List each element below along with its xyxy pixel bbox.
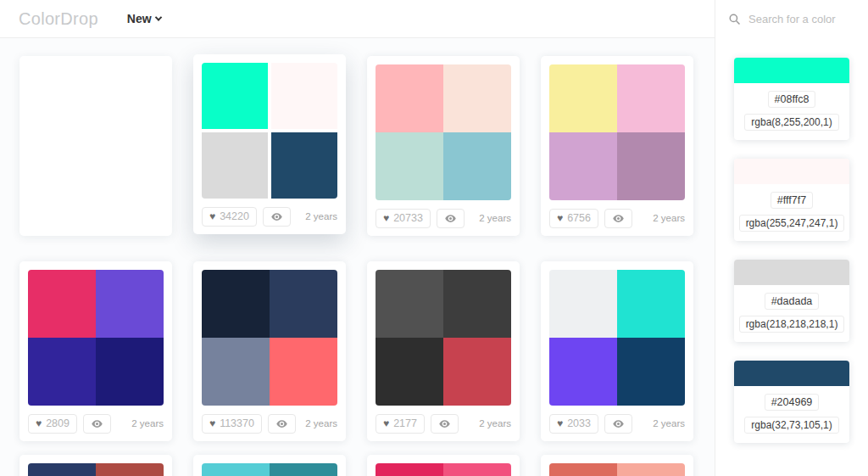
palette-color-swatch[interactable]	[270, 463, 337, 476]
palette-color-swatch[interactable]	[549, 338, 617, 406]
like-count: 2177	[393, 417, 417, 429]
palette-color-swatch[interactable]	[202, 63, 268, 129]
hex-code[interactable]: #204969	[765, 394, 820, 411]
eye-icon	[275, 417, 288, 430]
palette-color-swatch[interactable]	[28, 270, 96, 338]
view-button[interactable]	[263, 207, 291, 227]
palette-color-swatch[interactable]	[270, 338, 337, 406]
view-button[interactable]	[437, 209, 465, 228]
heart-icon: ♥	[383, 213, 389, 223]
like-button[interactable]: ♥ 2809	[28, 414, 77, 434]
palette-color-swatch[interactable]	[617, 338, 685, 406]
palette-card[interactable]: ♥ 34220 2 years	[193, 54, 346, 234]
palette-color-swatch[interactable]	[617, 132, 685, 200]
palette-color-swatch[interactable]	[443, 270, 511, 338]
view-button[interactable]	[604, 209, 632, 228]
like-count: 113370	[220, 417, 254, 429]
view-button[interactable]	[83, 414, 111, 434]
hex-code[interactable]: #08ffc8	[768, 91, 816, 108]
heart-icon: ♥	[209, 418, 215, 428]
palette-color-swatch[interactable]	[376, 338, 443, 406]
palette-age: 2 years	[479, 418, 511, 428]
palette-color-swatch[interactable]	[202, 338, 270, 406]
new-dropdown-label: New	[127, 12, 152, 25]
palette-color-swatch[interactable]	[549, 132, 617, 200]
like-count: 20733	[393, 212, 423, 224]
rgba-code[interactable]: rgba(255,247,247,1)	[739, 215, 845, 232]
palette-row-partial	[0, 455, 715, 476]
like-button[interactable]: ♥ 2033	[549, 414, 598, 434]
palette-color-swatch[interactable]	[549, 463, 617, 476]
palette-color-swatch[interactable]	[443, 132, 511, 200]
palette-swatches	[549, 463, 685, 476]
palette-color-swatch[interactable]	[617, 463, 685, 476]
palette-swatches	[202, 270, 337, 406]
palette-color-swatch[interactable]	[96, 463, 164, 476]
palette-color-swatch[interactable]	[96, 270, 164, 338]
palette-color-swatch[interactable]	[376, 64, 443, 132]
sidebar-color-details: #08ffc8 rgba(8,255,200,1) #fff7f7 rgba(2…	[715, 38, 868, 476]
palette-color-swatch[interactable]	[443, 338, 511, 406]
view-button[interactable]	[431, 414, 459, 434]
card-footer: ♥ 113370 2 years	[202, 406, 337, 441]
palette-color-swatch[interactable]	[549, 64, 617, 132]
color-codes: #fff7f7 rgba(255,247,247,1)	[734, 184, 849, 241]
color-detail-card[interactable]: #dadada rgba(218,218,218,1)	[734, 260, 849, 342]
card-footer: ♥ 20733 2 years	[376, 200, 511, 236]
palette-color-swatch[interactable]	[271, 132, 337, 199]
palette-color-swatch[interactable]	[202, 132, 268, 199]
search-input[interactable]	[748, 13, 859, 25]
palette-color-swatch[interactable]	[202, 463, 270, 476]
header: ColorDrop New ♥	[0, 0, 868, 38]
palette-color-swatch[interactable]	[376, 463, 443, 476]
palette-card[interactable]	[193, 455, 346, 476]
app-logo[interactable]: ColorDrop	[19, 9, 98, 29]
palette-card[interactable]: ♥ 113370 2 years	[193, 261, 346, 441]
color-detail-card[interactable]: #204969 rgba(32,73,105,1)	[734, 361, 849, 443]
hex-code[interactable]: #dadada	[765, 293, 820, 310]
palette-color-swatch[interactable]	[202, 270, 270, 338]
like-button[interactable]: ♥ 2177	[376, 414, 425, 434]
rgba-code[interactable]: rgba(8,255,200,1)	[744, 114, 838, 131]
palette-card[interactable]: ♥ 2033 2 years	[541, 261, 693, 441]
palette-card[interactable]: ♥ 6756 2 years	[541, 56, 693, 236]
rgba-code[interactable]: rgba(32,73,105,1)	[744, 417, 838, 434]
palette-swatches	[376, 64, 511, 200]
like-button[interactable]: ♥ 34220	[202, 207, 257, 227]
color-codes: #dadada rgba(218,218,218,1)	[734, 285, 849, 342]
color-detail-card[interactable]: #fff7f7 rgba(255,247,247,1)	[734, 159, 849, 241]
palette-color-swatch[interactable]	[96, 338, 164, 406]
eye-icon	[91, 417, 103, 430]
view-button[interactable]	[268, 414, 296, 434]
like-button[interactable]: ♥ 113370	[202, 414, 262, 434]
palette-color-swatch[interactable]	[376, 132, 443, 200]
palette-card[interactable]	[367, 455, 520, 476]
palette-color-swatch[interactable]	[549, 270, 617, 338]
palette-color-swatch[interactable]	[376, 270, 443, 338]
palette-age: 2 years	[305, 211, 337, 221]
palette-color-swatch[interactable]	[28, 338, 96, 406]
rgba-code[interactable]: rgba(218,218,218,1)	[739, 316, 845, 333]
view-button[interactable]	[604, 414, 632, 434]
palette-color-swatch[interactable]	[617, 64, 685, 132]
palette-card[interactable]	[541, 455, 693, 476]
like-button[interactable]: ♥ 20733	[376, 209, 431, 228]
palette-age: 2 years	[305, 418, 337, 428]
palette-card[interactable]	[19, 455, 172, 476]
palette-color-swatch[interactable]	[271, 63, 337, 129]
like-count: 2033	[567, 417, 591, 429]
palette-card[interactable]: ♥ 2809 2 years	[19, 261, 172, 441]
new-dropdown[interactable]: New	[127, 12, 161, 25]
palette-card[interactable]: ♥ 20733 2 years	[367, 56, 520, 236]
palette-swatches	[28, 463, 164, 476]
palette-card-blank[interactable]	[19, 56, 172, 236]
palette-color-swatch[interactable]	[617, 270, 685, 338]
like-button[interactable]: ♥ 6756	[549, 209, 598, 228]
palette-color-swatch[interactable]	[443, 463, 511, 476]
color-detail-card[interactable]: #08ffc8 rgba(8,255,200,1)	[734, 58, 849, 140]
palette-card[interactable]: ♥ 2177 2 years	[367, 261, 520, 441]
palette-color-swatch[interactable]	[28, 463, 96, 476]
palette-color-swatch[interactable]	[443, 64, 511, 132]
palette-color-swatch[interactable]	[270, 270, 337, 338]
hex-code[interactable]: #fff7f7	[771, 192, 813, 209]
